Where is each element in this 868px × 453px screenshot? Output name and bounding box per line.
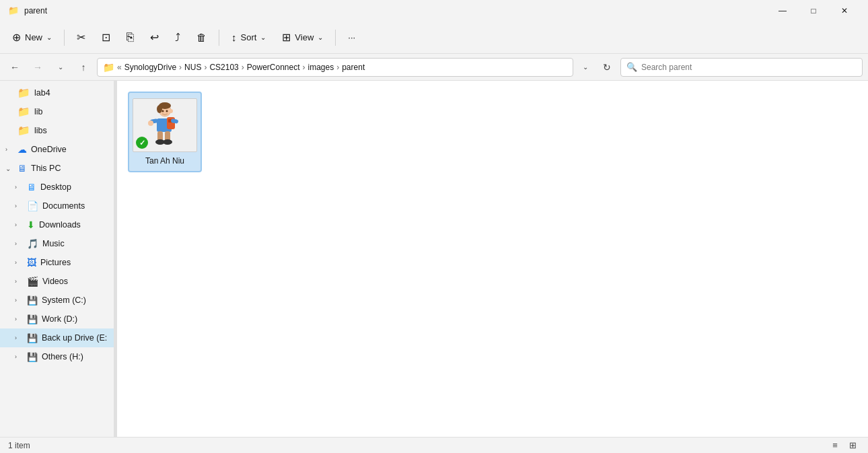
file-area: ✓ Tan Ah Niu	[117, 81, 868, 437]
forward-icon: →	[33, 62, 42, 73]
up-button[interactable]: ↑	[74, 58, 93, 77]
chevron-icon: ›	[15, 316, 23, 322]
sidebar: 📁 lab4 📁 lib 📁 libs › ☁ OneDrive ⌄ 🖥 Thi…	[0, 81, 114, 437]
search-input[interactable]	[641, 63, 857, 72]
refresh-button[interactable]: ↻	[598, 58, 616, 77]
chevron-icon: ›	[15, 240, 23, 247]
disk-e-icon: 💾	[27, 333, 38, 343]
view-button[interactable]: ⊞ View ⌄	[275, 26, 330, 50]
breadcrumb-powerconnect: PowerConnect	[247, 63, 300, 72]
music-icon: 🎵	[27, 238, 38, 249]
downloads-icon: ⬇	[27, 219, 35, 230]
file-thumbnail: ✓	[133, 98, 197, 152]
svg-point-2	[157, 105, 162, 113]
sync-check-badge: ✓	[136, 137, 148, 149]
chevron-icon: ›	[15, 297, 23, 304]
sidebar-item-libs[interactable]: 📁 libs	[0, 121, 114, 140]
copy-button[interactable]: ⊡	[95, 26, 117, 50]
svg-point-13	[163, 139, 172, 145]
sidebar-item-documents[interactable]: › 📄 Documents	[0, 197, 114, 215]
dropdown-icon: ⌄	[58, 63, 63, 71]
view-toggle-buttons: ≡ ⊞	[828, 440, 860, 452]
file-item-tan-ah-niu[interactable]: ✓ Tan Ah Niu	[128, 92, 202, 172]
address-dropdown-button[interactable]: ⌄	[577, 58, 593, 77]
new-chevron-icon: ⌄	[46, 34, 52, 41]
sort-button[interactable]: ↕ Sort ⌄	[225, 26, 273, 50]
rename-button[interactable]: ↩	[143, 26, 166, 50]
sidebar-item-backupe[interactable]: › 💾 Back up Drive (E:	[0, 328, 114, 347]
videos-icon: 🎬	[27, 276, 38, 287]
sidebar-item-label: Music	[42, 239, 65, 248]
toolbar-separator-3	[335, 30, 336, 46]
sidebar-item-label: libs	[34, 126, 47, 135]
folder-icon: 📁	[17, 106, 30, 118]
address-path[interactable]: 📁 « SynologyDrive › NUS › CS2103 › Power…	[97, 58, 573, 77]
thispc-icon: 🖥	[17, 163, 27, 174]
sidebar-item-onedrive[interactable]: › ☁ OneDrive	[0, 140, 114, 159]
new-button[interactable]: ⊕ New ⌄	[5, 26, 59, 50]
sort-icon: ↕	[231, 32, 237, 43]
chevron-icon: ›	[15, 278, 23, 285]
chevron-icon: ›	[15, 221, 23, 228]
sidebar-item-videos[interactable]: › 🎬 Videos	[0, 272, 114, 291]
title-bar: 📁 parent — □ ✕	[0, 0, 868, 22]
search-bar[interactable]: 🔍	[620, 58, 863, 77]
close-button[interactable]: ✕	[829, 0, 860, 22]
minimize-button[interactable]: —	[767, 0, 798, 22]
maximize-button[interactable]: □	[798, 0, 829, 22]
view-label: View	[295, 32, 314, 42]
more-button[interactable]: ···	[341, 26, 362, 50]
toolbar-separator-2	[219, 30, 219, 46]
sidebar-item-othersh[interactable]: › 💾 Others (H:)	[0, 347, 114, 366]
sidebar-item-lib[interactable]: 📁 lib	[0, 102, 114, 121]
toolbar: ⊕ New ⌄ ✂ ⊡ ⎘ ↩ ⤴ 🗑 ↕ Sort ⌄ ⊞ View ⌄ ··…	[0, 22, 868, 54]
status-bar: 1 item ≡ ⊞	[0, 437, 868, 453]
breadcrumb-sep-start: «	[117, 63, 122, 72]
cut-button[interactable]: ✂	[70, 26, 92, 50]
window-icon: 📁	[8, 5, 19, 16]
sidebar-item-thispc[interactable]: ⌄ 🖥 This PC	[0, 159, 114, 178]
paste-button[interactable]: ⎘	[120, 26, 141, 50]
sidebar-item-systemc[interactable]: › 💾 System (C:)	[0, 291, 114, 310]
sidebar-item-label: Desktop	[40, 182, 71, 192]
delete-icon: 🗑	[196, 32, 207, 43]
delete-button[interactable]: 🗑	[190, 26, 213, 50]
sidebar-item-label: This PC	[31, 164, 61, 173]
breadcrumb-cs2103: CS2103	[209, 63, 238, 72]
dropdown-recent-button[interactable]: ⌄	[51, 58, 70, 77]
sort-chevron-icon: ⌄	[260, 34, 266, 41]
sort-label: Sort	[241, 32, 257, 42]
grid-view-button[interactable]: ⊞	[845, 440, 860, 452]
chevron-icon: ›	[15, 353, 23, 360]
person-svg	[141, 102, 188, 148]
documents-icon: 📄	[27, 201, 38, 211]
forward-button[interactable]: →	[28, 58, 47, 77]
disk-h-icon: 💾	[27, 352, 38, 362]
cut-icon: ✂	[77, 31, 85, 44]
sidebar-item-lab4[interactable]: 📁 lab4	[0, 83, 114, 102]
back-button[interactable]: ←	[5, 58, 24, 77]
sidebar-item-pictures[interactable]: › 🖼 Pictures	[0, 253, 114, 272]
chevron-icon: ›	[15, 335, 23, 341]
share-button[interactable]: ⤴	[168, 26, 187, 50]
sidebar-item-label: Pictures	[40, 258, 71, 267]
item-count: 1 item	[8, 441, 30, 450]
sidebar-item-downloads[interactable]: › ⬇ Downloads	[0, 215, 114, 234]
sidebar-item-desktop[interactable]: › 🖥 Desktop	[0, 178, 114, 197]
sidebar-item-label: Videos	[42, 277, 68, 286]
address-dropdown-icon: ⌄	[583, 63, 588, 71]
rename-icon: ↩	[150, 31, 159, 44]
file-grid: ✓ Tan Ah Niu	[128, 92, 857, 172]
sidebar-item-label: Documents	[42, 201, 85, 211]
chevron-icon: ›	[15, 184, 23, 190]
breadcrumb-parent: parent	[342, 63, 365, 72]
refresh-icon: ↻	[603, 62, 611, 73]
breadcrumb-images: images	[308, 63, 334, 72]
chevron-icon: ›	[5, 146, 13, 153]
list-view-button[interactable]: ≡	[828, 440, 842, 452]
sidebar-item-workd[interactable]: › 💾 Work (D:)	[0, 310, 114, 328]
window-controls: — □ ✕	[767, 0, 860, 22]
toolbar-separator-1	[64, 30, 65, 46]
chevron-icon: ›	[15, 203, 23, 209]
sidebar-item-music[interactable]: › 🎵 Music	[0, 234, 114, 253]
